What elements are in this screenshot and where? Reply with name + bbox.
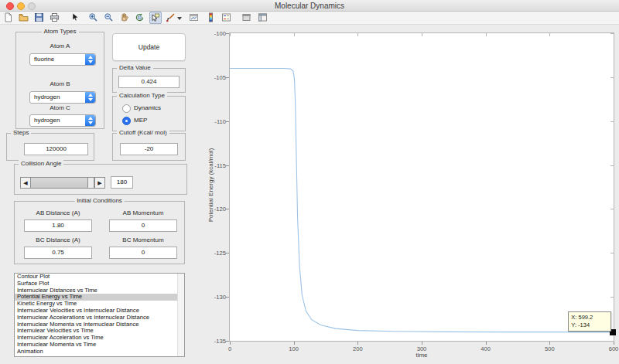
tick-mark	[226, 33, 229, 34]
radio-circle-icon[interactable]	[122, 117, 131, 125]
zoom-in-button[interactable]	[88, 12, 99, 23]
mep-radio-label: MEP	[134, 117, 147, 124]
link-plot-icon	[189, 12, 199, 22]
datatip-x-value: X: 599.2	[571, 314, 608, 321]
calculation-type-panel: Calculation Type Dynamics MEP	[112, 96, 186, 131]
collision-angle-title: Collision Angle	[19, 160, 63, 167]
link-plot-button[interactable]	[189, 12, 200, 23]
open-file-button[interactable]	[19, 12, 29, 23]
tick-label: 300	[410, 345, 433, 352]
dropdown-stepper-icon[interactable]	[85, 92, 95, 103]
dropdown-stepper-icon[interactable]	[85, 115, 95, 126]
bc-distance-field[interactable]: 0.75	[24, 247, 92, 259]
bc-momentum-label: BC Momentum	[109, 236, 177, 243]
tick-label: 500	[538, 345, 561, 352]
collision-angle-panel: Collision Angle ◀ ▶ 180	[14, 164, 187, 195]
data-cursor-button[interactable]	[149, 12, 162, 24]
app-window: Molecular Dynamics	[0, 0, 619, 364]
atom-c-label: Atom C	[16, 104, 104, 111]
cutoff-field[interactable]: -20	[120, 143, 178, 155]
plot-type-listbox[interactable]: Contour PlotSurface PlotInternuclear Dis…	[14, 273, 185, 357]
tick-label: -130	[200, 294, 226, 301]
show-plot-tools-icon	[258, 12, 268, 22]
tick-mark	[610, 121, 614, 122]
atom-c-dropdown[interactable]: hydrogen	[29, 114, 96, 127]
collision-angle-field[interactable]: 180	[111, 176, 133, 189]
atom-c-value: hydrogen	[34, 117, 60, 124]
slider-thumb[interactable]	[87, 178, 94, 188]
tick-mark	[610, 165, 614, 166]
atom-b-label: Atom B	[16, 80, 104, 87]
brush-dropdown-caret[interactable]	[177, 17, 182, 20]
tick-label: -125	[200, 250, 226, 257]
tick-mark	[610, 297, 614, 298]
atom-b-dropdown[interactable]: hydrogen	[29, 91, 96, 104]
dropdown-stepper-icon[interactable]	[85, 54, 95, 65]
datatip-y-value: Y: -134	[571, 321, 608, 329]
delta-value-field[interactable]: 0.424	[118, 76, 180, 88]
list-item[interactable]: Animation	[15, 349, 184, 355]
show-plot-tools-button[interactable]	[258, 12, 268, 23]
tick-mark	[549, 342, 550, 345]
radio-circle-icon[interactable]	[122, 104, 131, 113]
delta-value-panel: Delta Value 0.424	[112, 68, 186, 93]
atom-a-label: Atom A	[16, 43, 104, 49]
titlebar: Molecular Dynamics	[0, 0, 619, 12]
steps-panel: Steps 120000	[6, 133, 94, 161]
rotate-3d-button[interactable]	[135, 12, 145, 23]
pan-button[interactable]	[119, 12, 130, 23]
listbox-scrollbar[interactable]	[177, 274, 184, 356]
plot-area[interactable]: X: 599.2 Y: -134 time Potential Energy (…	[229, 32, 614, 342]
tick-mark	[610, 33, 614, 34]
save-disk-icon	[34, 12, 44, 22]
hide-plot-tools-button[interactable]	[241, 12, 252, 23]
cutoff-panel: Cutoff (Kcal/ mol) -20	[112, 133, 186, 161]
atom-types-panel: Atom Types Atom A fluorine Atom B hydrog…	[15, 32, 104, 129]
potential-energy-curve	[230, 33, 614, 341]
bc-distance-label: BC Distance (A)	[24, 236, 92, 243]
tick-mark	[230, 33, 231, 36]
bc-momentum-field[interactable]: 0	[109, 247, 177, 259]
data-cursor-icon	[150, 12, 160, 22]
edit-plot-button[interactable]	[70, 12, 80, 23]
x-axis-label: time	[230, 352, 614, 359]
tick-mark	[610, 209, 614, 209]
collision-angle-slider[interactable]: ◀ ▶	[20, 177, 105, 189]
tick-label: 200	[346, 345, 369, 352]
zoom-in-icon	[88, 12, 98, 22]
print-button[interactable]	[50, 12, 60, 23]
ab-distance-field[interactable]: 1.80	[24, 219, 92, 232]
tick-mark	[486, 33, 487, 36]
brush-button[interactable]	[166, 12, 176, 23]
insert-legend-button[interactable]	[221, 12, 232, 23]
save-button[interactable]	[34, 12, 45, 23]
insert-colorbar-button[interactable]	[206, 12, 217, 23]
zoom-out-button[interactable]	[104, 12, 115, 23]
rotate-3d-icon	[135, 12, 145, 22]
calculation-type-title: Calculation Type	[117, 92, 167, 99]
tick-mark	[294, 33, 295, 36]
legend-icon	[221, 12, 231, 22]
tick-mark	[610, 77, 614, 78]
zoom-out-icon	[104, 12, 114, 22]
new-document-button[interactable]	[3, 12, 14, 23]
steps-title: Steps	[11, 129, 31, 136]
tick-label: 400	[474, 345, 498, 352]
slider-right-arrow-icon[interactable]: ▶	[94, 178, 104, 188]
colorbar-icon	[206, 12, 216, 22]
slider-left-arrow-icon[interactable]: ◀	[21, 178, 31, 188]
new-document-icon	[3, 12, 13, 22]
tick-mark	[614, 33, 614, 36]
tick-mark	[357, 342, 358, 345]
steps-field[interactable]: 120000	[24, 143, 88, 155]
atom-a-dropdown[interactable]: fluorine	[29, 53, 96, 66]
update-button[interactable]: Update	[112, 33, 186, 61]
brush-icon	[166, 12, 176, 22]
tick-mark	[486, 342, 487, 345]
printer-icon	[50, 12, 60, 22]
tick-mark	[226, 297, 229, 298]
tick-label: -105	[200, 74, 226, 81]
tick-mark	[226, 209, 229, 209]
tick-mark	[230, 342, 231, 345]
ab-momentum-field[interactable]: 0	[109, 219, 177, 232]
